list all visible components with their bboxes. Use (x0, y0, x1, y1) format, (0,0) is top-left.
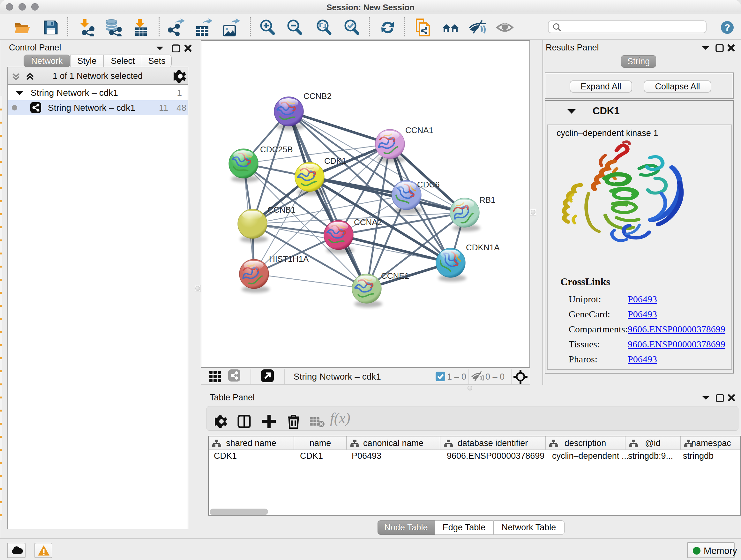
svg-text:CDKN1A: CDKN1A (466, 243, 500, 252)
svg-text:CDC6: CDC6 (417, 180, 440, 189)
svg-text:CCNB1: CCNB1 (267, 205, 295, 214)
svg-text:CDK1: CDK1 (324, 156, 346, 166)
svg-text:CCNA1: CCNA1 (405, 125, 433, 135)
svg-text:CCNB2: CCNB2 (304, 91, 332, 101)
svg-text:CCNE1: CCNE1 (381, 271, 409, 281)
svg-text:CDC25B: CDC25B (260, 145, 293, 154)
svg-text:CCNA2: CCNA2 (354, 217, 382, 227)
svg-text:HIST1H1A: HIST1H1A (269, 254, 309, 264)
svg-text:RB1: RB1 (479, 195, 495, 205)
